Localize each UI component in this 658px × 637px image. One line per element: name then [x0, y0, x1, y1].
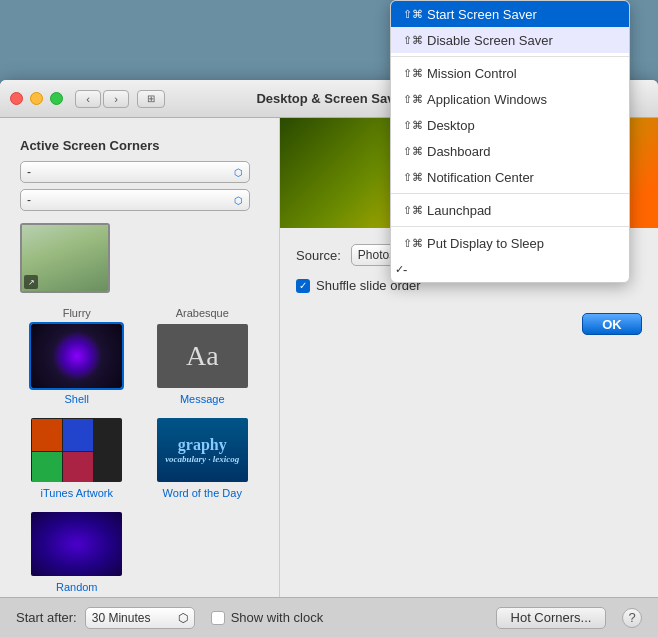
menu-item-put-display-sleep[interactable]: ⇧⌘ Put Display to Sleep	[391, 230, 629, 256]
left-panel: Active Screen Corners - ⬡ - ⬡	[0, 118, 280, 637]
menu-item-desktop[interactable]: ⇧⌘ Desktop	[391, 112, 629, 138]
itunes-cell-1	[32, 419, 62, 451]
menu-label-dash: -	[403, 262, 407, 277]
ss-category-flurry: Flurry	[63, 307, 91, 319]
ss-thumb-random[interactable]	[29, 510, 124, 578]
ss-category-arabesque: Arabesque	[176, 307, 229, 319]
window-title: Desktop & Screen Save	[256, 91, 401, 106]
menu-kbd-dash: ⇧⌘	[403, 145, 423, 158]
screensaver-grid: Flurry Shell Arabesque Aa Mes	[10, 307, 269, 593]
menu-label-launchpad: Launchpad	[427, 203, 491, 218]
corner-select-2[interactable]: - ⬡	[20, 189, 250, 211]
ss-item-message[interactable]: Arabesque Aa Message	[144, 307, 262, 405]
thumb-random-img	[31, 512, 122, 576]
menu-kbd-lp: ⇧⌘	[403, 204, 423, 217]
menu-label-dashboard: Dashboard	[427, 144, 491, 159]
back-button[interactable]: ‹	[75, 90, 101, 108]
menu-kbd-mc: ⇧⌘	[403, 67, 423, 80]
itunes-cell-4	[63, 452, 93, 484]
menu-divider-1	[391, 56, 629, 57]
dropdown-menu: ⇧⌘ Start Screen Saver ⇧⌘ Disable Screen …	[390, 0, 630, 283]
menu-kbd-aw: ⇧⌘	[403, 93, 423, 106]
menu-label-mc: Mission Control	[427, 66, 517, 81]
corner-select-1[interactable]: - ⬡	[20, 161, 250, 183]
bottom-bar: Start after: 30 Minutes ⬡ Show with cloc…	[0, 597, 658, 637]
menu-label-start: Start Screen Saver	[427, 7, 537, 22]
help-button[interactable]: ?	[622, 608, 642, 628]
ss-thumb-message[interactable]: Aa	[155, 322, 250, 390]
menu-kbd-desktop: ⇧⌘	[403, 119, 423, 132]
thumbnail-section: ↗	[10, 217, 269, 299]
select-arrow-1: ⬡	[234, 167, 243, 178]
corner-select-2-wrapper: - ⬡	[20, 189, 259, 211]
word-text: graphy	[178, 436, 227, 454]
menu-item-dash[interactable]: -	[391, 256, 629, 282]
grid-button[interactable]: ⊞	[137, 90, 165, 108]
corner-select-1-wrapper: - ⬡	[20, 161, 259, 183]
ss-label-word: Word of the Day	[163, 487, 242, 499]
menu-kbd-nc: ⇧⌘	[403, 171, 423, 184]
active-corners-section: Active Screen Corners - ⬡ - ⬡	[10, 128, 269, 217]
ss-label-itunes: iTunes Artwork	[41, 487, 113, 499]
ss-thumb-word[interactable]: graphy vocabulary · lexicog	[155, 416, 250, 484]
menu-item-start-screen-saver[interactable]: ⇧⌘ Start Screen Saver	[391, 1, 629, 27]
corner-icon: ↗	[24, 275, 38, 289]
ss-item-itunes[interactable]: iTunes Artwork	[18, 413, 136, 499]
close-button[interactable]	[10, 92, 23, 105]
traffic-lights	[10, 92, 63, 105]
menu-kbd-disable: ⇧⌘	[403, 34, 423, 47]
menu-item-launchpad[interactable]: ⇧⌘ Launchpad	[391, 197, 629, 223]
forward-button[interactable]: ›	[103, 90, 129, 108]
ss-item-word[interactable]: graphy vocabulary · lexicog Word of the …	[144, 413, 262, 499]
menu-label-nc: Notification Center	[427, 170, 534, 185]
menu-label-aw: Application Windows	[427, 92, 547, 107]
word-sub-text: vocabulary · lexicog	[165, 454, 239, 464]
ss-item-flurry[interactable]: Flurry Shell	[18, 307, 136, 405]
thumb-message-img: Aa	[157, 324, 248, 388]
thumb-flurry-img	[31, 324, 122, 388]
itunes-cell-3	[32, 452, 62, 484]
select-arrow-2: ⬡	[234, 195, 243, 206]
menu-divider-2	[391, 193, 629, 194]
start-after-value: 30 Minutes	[92, 611, 151, 625]
minimize-button[interactable]	[30, 92, 43, 105]
menu-kbd-start: ⇧⌘	[403, 8, 423, 21]
menu-divider-3	[391, 226, 629, 227]
menu-item-notification-center[interactable]: ⇧⌘ Notification Center	[391, 164, 629, 190]
start-after-select[interactable]: 30 Minutes ⬡	[85, 607, 195, 629]
thumb-word-img: graphy vocabulary · lexicog	[157, 418, 248, 482]
source-label: Source:	[296, 248, 341, 263]
ss-label-random: Random	[56, 581, 98, 593]
start-after-label: Start after:	[16, 610, 77, 625]
menu-item-dashboard[interactable]: ⇧⌘ Dashboard	[391, 138, 629, 164]
menu-label-desktop: Desktop	[427, 118, 475, 133]
ok-row: OK	[296, 305, 642, 335]
itunes-cell-2	[63, 419, 93, 451]
ss-label-message: Message	[180, 393, 225, 405]
flurry-glow	[52, 331, 102, 381]
ss-thumb-shell[interactable]	[29, 322, 124, 390]
hot-corners-button[interactable]: Hot Corners...	[496, 607, 606, 629]
show-clock-checkbox[interactable]	[211, 611, 225, 625]
ss-label-shell: Shell	[65, 393, 89, 405]
shuffle-checkbox[interactable]: ✓	[296, 279, 310, 293]
thumb-itunes-img	[31, 418, 122, 482]
ss-thumb-itunes[interactable]	[29, 416, 124, 484]
show-clock-row: Show with clock	[211, 610, 480, 625]
active-corners-label: Active Screen Corners	[20, 138, 259, 153]
start-after-arrow: ⬡	[178, 611, 188, 625]
start-after-row: Start after: 30 Minutes ⬡	[16, 607, 195, 629]
ok-button[interactable]: OK	[582, 313, 642, 335]
maximize-button[interactable]	[50, 92, 63, 105]
menu-label-disable: Disable Screen Saver	[427, 33, 553, 48]
corner-thumbnail: ↗	[20, 223, 110, 293]
ss-item-random[interactable]: Random	[18, 507, 136, 593]
show-clock-label: Show with clock	[231, 610, 323, 625]
nav-buttons: ‹ ›	[75, 90, 129, 108]
menu-item-application-windows[interactable]: ⇧⌘ Application Windows	[391, 86, 629, 112]
menu-kbd-pds: ⇧⌘	[403, 237, 423, 250]
menu-item-disable-screen-saver[interactable]: ⇧⌘ Disable Screen Saver	[391, 27, 629, 53]
menu-label-pds: Put Display to Sleep	[427, 236, 544, 251]
menu-item-mission-control[interactable]: ⇧⌘ Mission Control	[391, 60, 629, 86]
